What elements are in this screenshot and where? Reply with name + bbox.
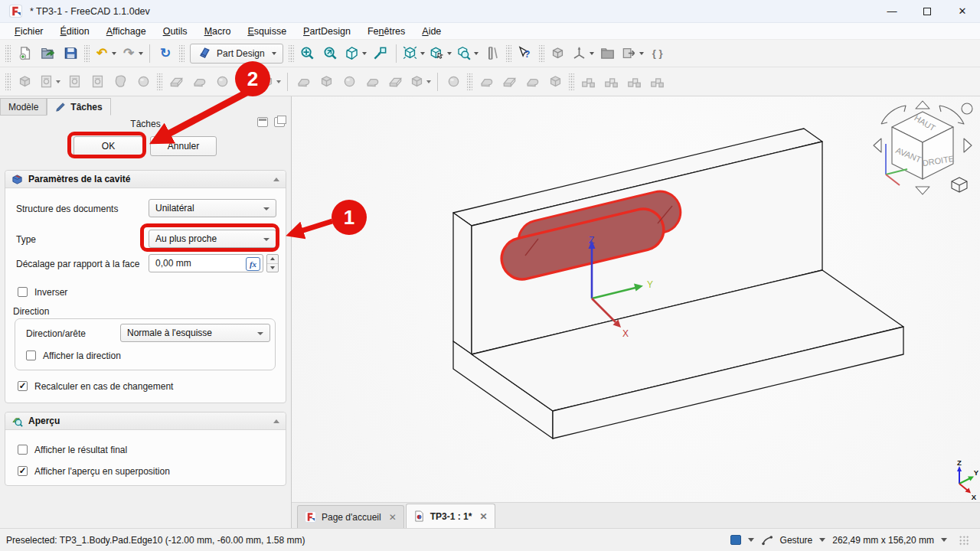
tab-page-accueil[interactable]: Page d'accueil ✕	[297, 505, 404, 528]
workbench-selector[interactable]: Part Design	[190, 44, 283, 64]
measure-button[interactable]	[482, 43, 503, 64]
show-overlay-checkbox[interactable]	[18, 466, 28, 476]
expression-editor-button[interactable]: { }	[647, 43, 668, 64]
expression-fx-button[interactable]: fx	[246, 257, 260, 271]
direction-edge-dropdown[interactable]: Normale à l'esquisse	[120, 324, 270, 342]
new-document-button[interactable]	[14, 43, 35, 64]
zoom-tools-button[interactable]	[455, 43, 480, 64]
menu-esquisse[interactable]: Esquisse	[239, 24, 295, 38]
toolbar-handle[interactable]	[289, 45, 294, 62]
preview-section-header[interactable]: Aperçu	[5, 412, 286, 430]
navcube-up-arrow[interactable]	[916, 101, 929, 109]
dropdown-arrow-icon[interactable]	[420, 52, 425, 55]
menu-aide[interactable]: Aide	[413, 24, 449, 38]
whats-this-button[interactable]: ?	[514, 43, 536, 64]
menu-macro[interactable]: Macro	[196, 24, 240, 38]
model-wireframe[interactable]	[453, 129, 903, 439]
maximize-button[interactable]	[910, 0, 945, 22]
toolbar-handle[interactable]	[157, 73, 162, 90]
ok-button[interactable]: OK	[74, 136, 143, 156]
tab-taches[interactable]: Tâches	[47, 98, 110, 116]
dropdown-arrow-icon[interactable]	[639, 52, 644, 55]
menu-partdesign[interactable]: PartDesign	[295, 24, 359, 38]
spin-up-icon[interactable]	[267, 255, 278, 264]
preview-section-title: Aperçu	[28, 416, 60, 426]
save-document-button[interactable]	[60, 43, 81, 64]
open-document-button[interactable]	[37, 43, 58, 64]
collapse-arrow-icon[interactable]	[273, 178, 279, 181]
coordinate-system-button[interactable]	[570, 43, 596, 64]
tab-modele[interactable]: Modèle	[0, 98, 47, 116]
sync-view-button[interactable]	[370, 43, 391, 64]
show-direction-checkbox[interactable]	[26, 350, 36, 360]
spin-down-icon[interactable]	[267, 264, 278, 272]
show-final-checkbox[interactable]	[18, 445, 28, 455]
fit-all-button[interactable]	[297, 43, 318, 64]
dock-button[interactable]	[257, 117, 268, 127]
dropdown-arrow-icon[interactable]	[139, 52, 143, 55]
axonometric-view-button[interactable]	[401, 43, 426, 64]
close-icon[interactable]: ✕	[479, 511, 487, 522]
fit-selection-button[interactable]	[320, 43, 341, 64]
offset-spinner[interactable]	[266, 254, 279, 272]
part-shape-button[interactable]	[547, 43, 569, 64]
share-view-button[interactable]	[620, 43, 645, 64]
navcube-iso-mini-cube[interactable]	[952, 178, 967, 192]
menu-fichier[interactable]: Fichier	[6, 24, 52, 38]
close-icon[interactable]: ✕	[389, 512, 397, 523]
invert-checkbox[interactable]	[18, 287, 28, 297]
refresh-document-button[interactable]: ↻	[155, 43, 176, 64]
menu-outils[interactable]: Outils	[155, 24, 196, 38]
group-button[interactable]	[597, 43, 619, 64]
toolbar-handle[interactable]	[467, 73, 472, 90]
tab-tp3-1[interactable]: TP3-1 : 1* ✕	[406, 504, 495, 528]
toolbar-handle[interactable]	[506, 45, 511, 62]
update-view-checkbox[interactable]	[18, 381, 28, 391]
navcube-down-arrow[interactable]	[916, 187, 929, 194]
navcube-rotate-circle[interactable]	[962, 103, 972, 114]
resize-grip[interactable]	[959, 535, 969, 546]
side-dropdown[interactable]: Unilatéral	[149, 199, 276, 217]
pad-icon	[191, 74, 207, 90]
navcube-right-arrow[interactable]	[964, 139, 972, 152]
menu-fentres[interactable]: Fenêtres	[359, 24, 413, 38]
highlight-color-swatch[interactable]	[730, 535, 741, 545]
close-button[interactable]: ✕	[945, 0, 980, 22]
toolbar-handle[interactable]	[5, 45, 11, 62]
group-icon	[600, 46, 616, 61]
additive-loft-button	[234, 71, 256, 93]
dropdown-arrow-icon[interactable]	[112, 52, 116, 55]
offset-input[interactable]: 0,00 mm fx	[149, 254, 263, 272]
undo-button[interactable]: ↶	[93, 43, 118, 64]
redo-button[interactable]: ↷	[119, 43, 145, 64]
chevron-down-icon[interactable]	[748, 538, 754, 542]
chevron-down-icon[interactable]	[941, 538, 947, 542]
type-dropdown[interactable]: Au plus proche	[149, 230, 276, 248]
nav-style-label[interactable]: Gesture	[780, 535, 813, 546]
additive-primitive-button	[257, 71, 283, 93]
dropdown-arrow-icon[interactable]	[590, 52, 594, 55]
toolbar-handle[interactable]	[84, 45, 90, 62]
3d-viewport[interactable]: Z Y X HAUT AVANT DROITE	[292, 96, 980, 502]
navcube-left-arrow[interactable]	[874, 139, 881, 152]
dropdown-arrow-icon[interactable]	[474, 52, 479, 55]
pocket-section-header[interactable]: Paramètres de la cavité	[5, 171, 286, 188]
minimize-button[interactable]: —	[874, 0, 910, 22]
toolbar-handle[interactable]	[539, 45, 544, 62]
float-button[interactable]	[274, 117, 285, 127]
dropdown-arrow-icon[interactable]	[447, 52, 452, 55]
view-cube-button[interactable]	[428, 43, 453, 64]
navigation-cube[interactable]: HAUT AVANT DROITE	[874, 101, 972, 194]
toolbar-separator	[437, 73, 438, 91]
cancel-button[interactable]: Annuler	[150, 136, 217, 156]
chevron-down-icon[interactable]	[819, 538, 825, 542]
toolbar-handle[interactable]	[5, 73, 11, 90]
draw-style-button[interactable]	[343, 43, 368, 64]
dropdown-arrow-icon[interactable]	[362, 52, 367, 55]
menu-affichage[interactable]: Affichage	[98, 24, 155, 38]
side-label: Structure des documents	[16, 204, 118, 214]
toolbar-handle[interactable]	[569, 73, 574, 90]
toolbar-handle[interactable]	[179, 45, 185, 62]
menu-dition[interactable]: Édition	[52, 24, 98, 38]
collapse-arrow-icon[interactable]	[273, 419, 279, 423]
